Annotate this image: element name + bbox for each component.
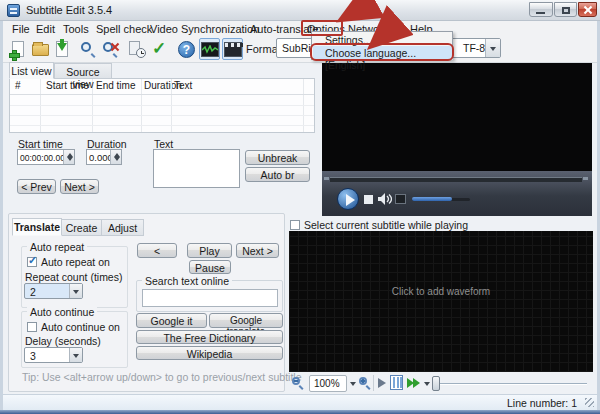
toggle-video-button[interactable] [222, 38, 243, 60]
auto-continue-checkbox-label[interactable]: Auto continue on [41, 321, 120, 333]
play-button[interactable]: Play [187, 243, 232, 258]
resize-grip[interactable] [585, 398, 594, 407]
waveform-hint: Click to add waveform [289, 286, 593, 297]
select-subtitle-checkbox[interactable] [290, 220, 300, 230]
menu-video[interactable]: Video [150, 23, 178, 35]
fullscreen-icon[interactable] [395, 194, 406, 204]
subtitle-text-input[interactable] [153, 149, 240, 188]
spinner-arrows-icon[interactable] [63, 150, 74, 164]
delay-label: Delay (seconds) [25, 335, 101, 347]
chevron-down-icon[interactable] [350, 382, 356, 386]
volume-icon[interactable] [378, 193, 392, 205]
search-online-group: Search text online [136, 280, 283, 312]
subtitle-list[interactable]: # Start time End time Duration Text [9, 78, 315, 133]
seek-bar[interactable] [330, 177, 582, 182]
delay-value: 3 [30, 350, 36, 362]
status-bar: Line number: 1 [3, 394, 597, 410]
tab-create[interactable]: Create [62, 219, 102, 236]
help-button[interactable]: ? [175, 38, 196, 60]
play-icon [346, 194, 355, 206]
menu-item-settings[interactable]: Settings... [313, 33, 453, 47]
minimize-button[interactable] [529, 2, 553, 17]
tab-source-view[interactable]: Source view [54, 63, 112, 79]
line-number-status: Line number: 1 [507, 397, 577, 409]
window-border-bottom [0, 410, 600, 414]
chevron-down-icon [485, 39, 500, 57]
encoding-combobox[interactable]: TF-8) [449, 38, 501, 58]
chevron-down-icon[interactable] [424, 382, 430, 386]
fast-forward-icon[interactable] [407, 378, 422, 388]
repeat-count-label: Repeat count (times) [25, 271, 122, 283]
column-text: Text [174, 80, 192, 91]
play-cursor-icon[interactable] [378, 378, 386, 388]
duration-stepper[interactable]: 0.000 [86, 149, 122, 165]
minimize-icon [536, 12, 545, 14]
auto-continue-title: Auto continue [27, 306, 97, 318]
open-file-button[interactable] [29, 38, 50, 60]
app-icon [7, 4, 20, 17]
toggle-waveform-button[interactable] [199, 38, 220, 60]
subtitle-edit-window: Subtitle Edit 3.5.4 File Edit Tools Spel… [0, 0, 600, 414]
repeat-count-combobox[interactable]: 2 [24, 283, 83, 299]
auto-continue-checkbox[interactable] [27, 322, 37, 332]
zoom-out-icon[interactable] [292, 377, 305, 390]
menu-tools[interactable]: Tools [63, 23, 89, 35]
menu-spell-check[interactable]: Spell check [96, 23, 152, 35]
delay-combobox[interactable]: 3 [24, 347, 83, 363]
zoom-value: 100% [314, 378, 340, 389]
google-it-button[interactable]: Google it [136, 313, 207, 328]
spell-check-icon: ✓ [152, 38, 166, 59]
replace-button[interactable] [100, 38, 121, 60]
spinner-arrows-icon[interactable] [110, 150, 121, 164]
waveform-zoom-combobox[interactable]: 100% [309, 375, 347, 392]
menu-edit[interactable]: Edit [36, 23, 55, 35]
zoom-in-icon[interactable] [359, 377, 372, 390]
menu-synchronization[interactable]: Synchronization [181, 23, 259, 35]
chevron-down-icon [69, 284, 82, 298]
new-file-button[interactable] [7, 38, 28, 60]
visual-sync-button[interactable] [126, 38, 147, 60]
separator [373, 375, 374, 391]
search-online-label: Search text online [142, 275, 232, 287]
find-button[interactable] [77, 38, 98, 60]
start-time-stepper[interactable]: 00:00:00.000 [17, 149, 75, 165]
video-clapperboard-icon [224, 42, 242, 57]
waveform-area[interactable]: Click to add waveform [289, 231, 593, 372]
search-online-input[interactable] [142, 289, 278, 307]
auto-repeat-checkbox-label[interactable]: Auto repeat on [41, 256, 110, 268]
google-translate-button[interactable]: Google translate [209, 313, 283, 328]
column-end-time: End time [96, 80, 135, 91]
menu-item-choose-language[interactable]: Choose language... [English] [313, 46, 453, 60]
next-button[interactable]: Next > [236, 243, 279, 258]
title-bar[interactable]: Subtitle Edit 3.5.4 [0, 0, 600, 21]
maximize-button[interactable] [554, 2, 577, 17]
position-slider-handle[interactable] [432, 376, 440, 391]
wikipedia-button[interactable]: Wikipedia [136, 346, 283, 360]
video-stop-button[interactable] [364, 195, 373, 204]
auto-repeat-checkbox[interactable]: ✓ [27, 257, 37, 267]
position-slider-track[interactable] [434, 383, 587, 385]
tab-list-view[interactable]: List view [9, 62, 54, 79]
next-subtitle-button[interactable]: Next > [60, 179, 99, 194]
select-subtitle-label[interactable]: Select current subtitle while playing [304, 219, 468, 231]
column-number: # [15, 80, 21, 91]
menu-file[interactable]: File [12, 23, 30, 35]
spell-check-button[interactable]: ✓ [149, 38, 170, 60]
tab-adjust[interactable]: Adjust [102, 219, 144, 236]
spectrogram-toggle-icon[interactable] [390, 375, 403, 390]
play-back-button[interactable]: < [137, 243, 177, 258]
close-button[interactable] [578, 2, 597, 17]
free-dictionary-button[interactable]: The Free Dictionary [136, 330, 283, 344]
search-icon [81, 42, 94, 55]
repeat-count-value: 2 [30, 286, 36, 298]
window-title: Subtitle Edit 3.5.4 [26, 4, 112, 16]
pause-button[interactable]: Pause [189, 260, 231, 274]
auto-br-button[interactable]: Auto br [245, 167, 310, 182]
tab-translate[interactable]: Translate [12, 218, 62, 236]
save-button[interactable] [51, 38, 72, 60]
options-dropdown-menu: Settings... Choose language... [English] [311, 31, 453, 60]
unbreak-button[interactable]: Unbreak [245, 150, 310, 165]
video-play-button[interactable] [337, 188, 359, 210]
window-border-left [0, 21, 3, 410]
prev-subtitle-button[interactable]: < Prev [17, 179, 56, 194]
